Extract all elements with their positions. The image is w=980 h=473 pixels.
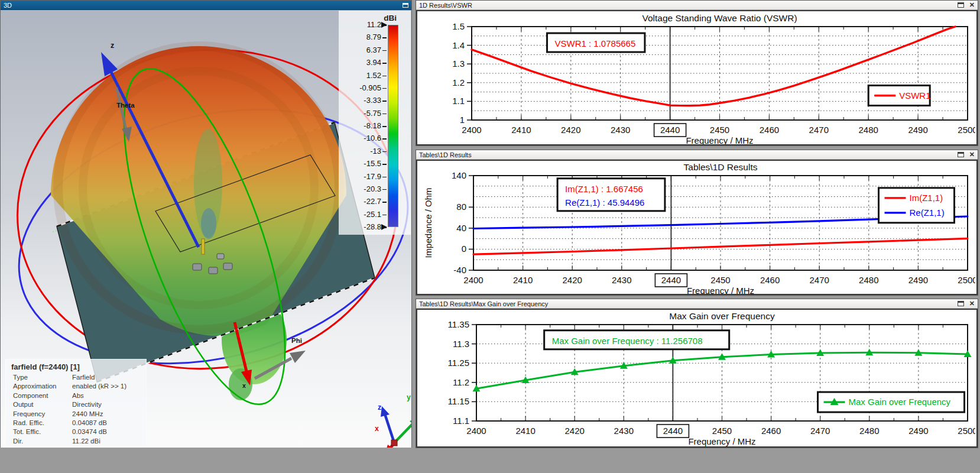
colorbar-tick-mark	[382, 88, 387, 89]
svg-text:11.15: 11.15	[448, 396, 469, 406]
svg-text:2450: 2450	[710, 125, 729, 135]
svg-text:1: 1	[460, 115, 465, 125]
info-row: Frequency2440 MHz	[6, 410, 146, 419]
svg-text:2500: 2500	[958, 426, 975, 436]
farfield-info-title: farfield (f=2440) [1]	[6, 359, 146, 373]
info-row: ComponentAbs	[6, 391, 146, 400]
svg-text:VSWR1 : 1.0785665: VSWR1 : 1.0785665	[555, 38, 636, 48]
colorbar-tick-label: 1.52	[342, 72, 381, 80]
colorbar-tick-label: -28.8	[342, 223, 381, 231]
svg-text:2450: 2450	[710, 275, 730, 285]
svg-text:11.2: 11.2	[453, 377, 469, 387]
colorbar-title: dBi	[384, 14, 397, 22]
max-gain-chart[interactable]: Max Gain over Frequency11.111.1511.211.2…	[417, 310, 975, 446]
3d-title: 3D	[4, 2, 403, 9]
svg-text:11.1: 11.1	[453, 416, 469, 426]
svg-text:Re(Z1,1): Re(Z1,1)	[910, 208, 945, 218]
colorbar-tick-mark	[382, 76, 387, 77]
colorbar-tick-mark	[382, 138, 387, 140]
svg-text:2490: 2490	[908, 426, 928, 436]
vswr-chart[interactable]: Voltage Standing Wave Ratio (VSWR)11.11.…	[417, 11, 975, 144]
svg-text:11.3: 11.3	[453, 339, 469, 349]
impedance-titlebar-text: Tables\1D Results	[419, 151, 958, 158]
svg-text:2430: 2430	[611, 125, 630, 135]
svg-text:Voltage Standing Wave Ratio (V: Voltage Standing Wave Ratio (VSWR)	[642, 13, 797, 23]
impedance-chart[interactable]: Tables\1D Results14080400-40Impedance / …	[417, 161, 975, 294]
svg-text:2430: 2430	[612, 275, 631, 285]
close-icon[interactable]: ✕	[969, 152, 975, 157]
svg-text:2410: 2410	[511, 125, 531, 135]
max-gain-titlebar-text: Tables\1D Results\Max Gain over Frequenc…	[419, 300, 958, 307]
maximize-icon[interactable]	[958, 152, 964, 157]
colorbar-tick-label: -0.905	[342, 84, 381, 92]
svg-text:2460: 2460	[760, 125, 779, 135]
3d-scene[interactable]: z Theta Phi x	[1, 10, 411, 448]
svg-text:Impedance / Ohm: Impedance / Ohm	[423, 187, 433, 258]
x-axis-label: x	[242, 382, 246, 389]
colorbar-tick-label: -17.9	[342, 173, 381, 181]
3d-view-panel: 3D	[0, 0, 412, 448]
close-icon[interactable]: ✕	[969, 301, 975, 306]
colorbar-tick-label: 11.2	[342, 21, 381, 29]
maximize-icon[interactable]	[958, 301, 964, 306]
window-impedance: Tables\1D Results ✕ Tables\1D Results140…	[416, 150, 978, 296]
svg-text:2470: 2470	[809, 125, 829, 135]
colorbar-tick-label: 3.94	[342, 59, 381, 67]
colorbar-tick-mark	[382, 101, 387, 102]
application-window: 3D	[0, 0, 980, 473]
svg-text:2420: 2420	[565, 426, 585, 436]
colorbar-tick-label: -22.7	[342, 197, 381, 206]
vswr-titlebar-text: 1D Results\VSWR	[419, 2, 958, 9]
colorbar-tick-label: -5.75	[342, 109, 381, 118]
colorbar-tick-mark	[382, 63, 387, 64]
triad-z-label: z	[378, 403, 381, 412]
svg-text:2460: 2460	[760, 275, 780, 285]
svg-text:2500: 2500	[958, 125, 975, 135]
svg-text:11.25: 11.25	[448, 358, 469, 368]
farfield-info-panel: farfield (f=2440) [1] TypeFarfieldApprox…	[5, 359, 147, 446]
svg-text:Frequency / MHz: Frequency / MHz	[687, 286, 754, 294]
svg-text:Frequency / MHz: Frequency / MHz	[686, 135, 753, 144]
maximize-icon[interactable]	[403, 3, 408, 8]
svg-text:Im(Z1,1) : 1.667456: Im(Z1,1) : 1.667456	[565, 184, 643, 194]
svg-text:2480: 2480	[859, 426, 879, 436]
colorbar-tick-label: -25.1	[342, 210, 381, 219]
info-row: Tot. Effic.0.03474 dB	[6, 427, 146, 436]
vswr-chart-area: Voltage Standing Wave Ratio (VSWR)11.11.…	[416, 10, 978, 145]
svg-text:1.2: 1.2	[452, 77, 465, 88]
svg-text:2470: 2470	[810, 426, 830, 436]
svg-text:Im(Z1,1): Im(Z1,1)	[910, 193, 943, 203]
colorbar-gradient	[388, 25, 398, 227]
svg-text:2400: 2400	[466, 426, 486, 436]
colorbar-tick-mark	[382, 114, 387, 115]
colorbar-min-marker-icon	[381, 224, 387, 230]
svg-text:0: 0	[462, 244, 466, 254]
info-row: TypeFarfield	[6, 373, 146, 382]
svg-text:2420: 2420	[561, 125, 580, 135]
svg-text:2410: 2410	[515, 426, 535, 436]
colorbar: dBi 11.28.796.373.941.52-0.905-3.33-5.75…	[339, 11, 411, 235]
svg-text:-40: -40	[453, 265, 466, 275]
svg-text:2420: 2420	[563, 275, 582, 285]
close-icon[interactable]: ✕	[969, 2, 975, 8]
info-row: OutputDirectivity	[6, 400, 146, 409]
window-max-gain: Tables\1D Results\Max Gain over Frequenc…	[416, 299, 978, 448]
max-gain-titlebar[interactable]: Tables\1D Results\Max Gain over Frequenc…	[416, 299, 978, 309]
impedance-chart-area: Tables\1D Results14080400-40Impedance / …	[416, 160, 978, 295]
maximize-icon[interactable]	[958, 2, 964, 8]
svg-text:11.35: 11.35	[448, 319, 469, 329]
impedance-titlebar[interactable]: Tables\1D Results ✕	[416, 150, 978, 160]
svg-text:2470: 2470	[810, 275, 829, 285]
svg-text:2490: 2490	[908, 275, 928, 285]
svg-text:2440: 2440	[661, 275, 681, 285]
colorbar-tick-mark	[382, 50, 387, 51]
vswr-titlebar[interactable]: 1D Results\VSWR ✕	[416, 1, 978, 10]
colorbar-tick-label: -3.33	[342, 96, 381, 105]
colorbar-tick-label: 6.37	[342, 46, 381, 54]
3d-titlebar[interactable]: 3D	[1, 1, 411, 10]
colorbar-tick-mark	[382, 151, 387, 153]
colorbar-tick-mark	[382, 189, 387, 190]
colorbar-tick-mark	[382, 202, 387, 203]
svg-text:2460: 2460	[761, 426, 781, 436]
colorbar-tick-label: -8.18	[342, 122, 381, 130]
